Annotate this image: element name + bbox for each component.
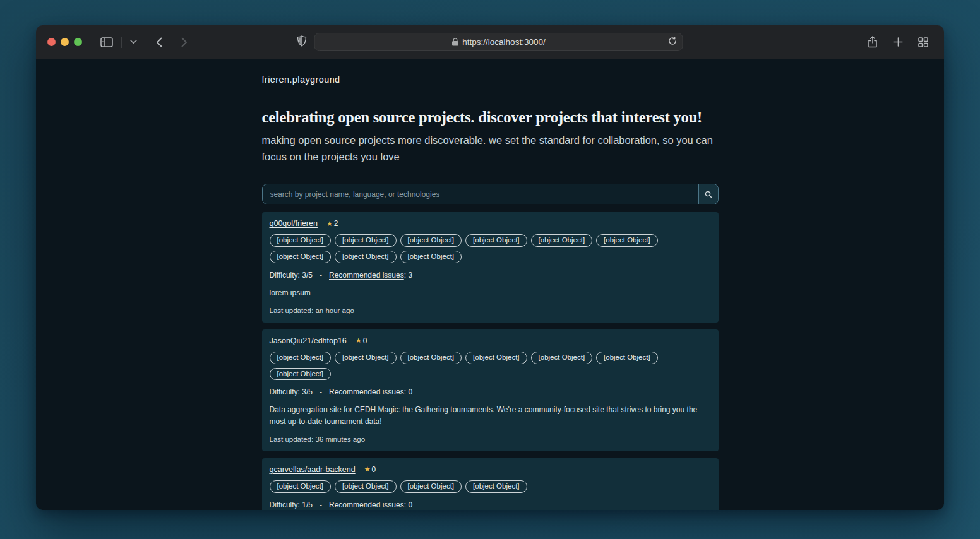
difficulty-label: Difficulty: 1/5 [270,500,313,509]
difficulty-label: Difficulty: 3/5 [270,271,313,280]
tag-list: [object Object] [object Object] [object … [270,480,711,493]
project-description: lorem ipsum [270,287,711,299]
tag-pill: [object Object] [465,480,527,493]
tag-pill: [object Object] [335,234,397,247]
lock-icon [451,38,458,46]
tab-overview-icon[interactable] [914,33,933,52]
project-meta: Difficulty: 1/5 - Recommended issues: 0 [270,500,711,509]
star-count: ★0 [356,336,368,345]
tag-list: [object Object] [object Object] [object … [270,234,711,263]
tag-pill: [object Object] [465,234,527,247]
tag-pill: [object Object] [400,352,462,364]
forward-icon [175,33,194,52]
url-bar[interactable]: https://localhost:3000/ [314,33,683,51]
minimize-window-button[interactable] [61,38,69,46]
page-content: frieren.playground celebrating open sour… [36,59,944,510]
tag-pill: [object Object] [400,251,462,263]
star-count: ★0 [364,465,376,474]
tag-pill: [object Object] [531,352,593,364]
project-card: gcarvellas/aadr-backend ★0 [object Objec… [262,458,719,510]
project-meta: Difficulty: 3/5 - Recommended issues: 0 [270,388,711,396]
page-subtitle: making open source projects more discove… [262,132,718,165]
new-tab-icon[interactable] [888,33,907,52]
search-button[interactable] [698,184,718,204]
project-meta: Difficulty: 3/5 - Recommended issues: 3 [270,271,711,280]
recommended-issues-link[interactable]: Recommended issues [329,271,404,280]
star-icon: ★ [364,465,371,473]
last-updated: Last updated: an hour ago [270,307,711,314]
reload-icon[interactable] [669,37,677,48]
project-card: JasonQiu21/edhtop16 ★0 [object Object] [… [262,329,719,451]
star-icon: ★ [326,220,333,228]
tag-pill: [object Object] [335,480,397,493]
repo-link[interactable]: gcarvellas/aadr-backend [270,465,356,474]
tag-pill: [object Object] [531,234,593,247]
star-icon: ★ [356,336,362,345]
tag-pill: [object Object] [270,251,332,263]
difficulty-label: Difficulty: 3/5 [270,388,313,396]
recommended-count: : 0 [404,388,412,396]
close-window-button[interactable] [47,38,56,46]
search-input[interactable] [263,184,698,204]
tag-pill: [object Object] [270,368,332,381]
page-headline: celebrating open source projects. discov… [262,109,719,126]
tag-pill: [object Object] [335,352,397,364]
tag-list: [object Object] [object Object] [object … [270,352,711,381]
meta-separator: - [320,388,322,396]
recommended-count: : 3 [404,271,412,280]
browser-window: https://localhost:3000/ [36,25,944,510]
meta-separator: - [320,271,322,280]
tag-pill: [object Object] [270,234,332,247]
star-count: ★2 [326,219,338,228]
tag-pill: [object Object] [270,480,332,493]
project-description: Data aggregation site for CEDH Magic: th… [270,404,711,427]
zoom-window-button[interactable] [74,38,82,46]
tag-pill: [object Object] [400,480,462,493]
tag-pill: [object Object] [335,251,397,263]
back-icon[interactable] [150,33,169,52]
sidebar-icon[interactable] [97,33,116,52]
recommended-count: : 0 [404,500,412,509]
chevron-down-icon[interactable] [127,33,140,52]
search-icon [705,191,712,198]
last-updated: Last updated: 36 minutes ago [270,435,711,443]
titlebar-divider [121,37,122,48]
browser-titlebar: https://localhost:3000/ [36,25,944,59]
tag-pill: [object Object] [596,234,658,247]
shield-icon[interactable] [297,35,307,49]
tag-pill: [object Object] [596,352,658,364]
repo-link[interactable]: JasonQiu21/edhtop16 [270,336,347,345]
tag-pill: [object Object] [270,352,332,364]
share-icon[interactable] [863,33,882,52]
search-bar [262,184,719,204]
project-list: g00gol/frieren ★2 [object Object] [objec… [262,212,719,510]
tag-pill: [object Object] [465,352,527,364]
tag-pill: [object Object] [400,234,462,247]
meta-separator: - [320,500,322,509]
repo-link[interactable]: g00gol/frieren [270,219,318,228]
project-card: g00gol/frieren ★2 [object Object] [objec… [262,212,719,322]
url-text: https://localhost:3000/ [462,37,545,47]
recommended-issues-link[interactable]: Recommended issues [329,500,404,509]
traffic-lights [47,38,82,46]
recommended-issues-link[interactable]: Recommended issues [329,388,404,396]
brand-link[interactable]: frieren.playground [262,74,340,85]
